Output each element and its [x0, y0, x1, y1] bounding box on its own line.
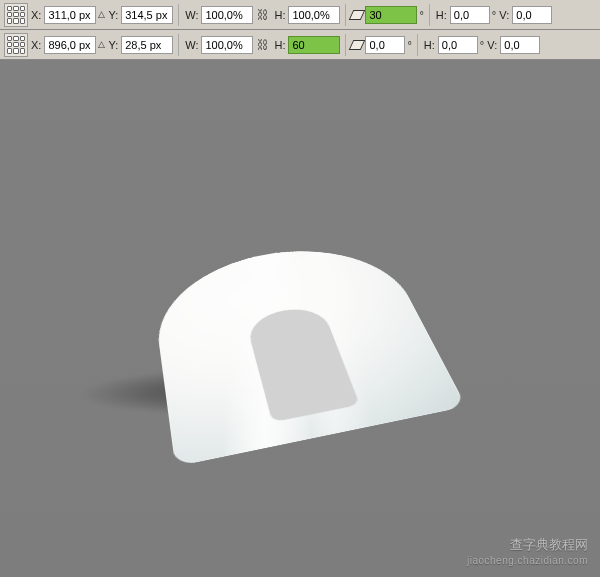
separator [345, 34, 346, 56]
link-icon[interactable]: ⛓ [255, 6, 271, 24]
x-label: X: [30, 39, 42, 51]
separator [178, 34, 179, 56]
skew-v-input[interactable] [512, 6, 552, 24]
h-label: H: [273, 39, 286, 51]
watermark-line2: jiaocheng.chazidian.com [467, 554, 588, 567]
w-input[interactable] [201, 36, 253, 54]
w-label: W: [184, 39, 199, 51]
separator [345, 4, 346, 26]
skew-h-label: H: [423, 39, 436, 51]
x-label: X: [30, 9, 42, 21]
degree-symbol: ° [492, 9, 496, 21]
angle-icon [349, 10, 366, 20]
canvas[interactable]: 查字典教程网 jiaocheng.chazidian.com [0, 60, 600, 577]
angle-input[interactable] [365, 6, 417, 24]
x-input[interactable] [44, 36, 96, 54]
separator [417, 34, 418, 56]
transform-toolbar-1: X: △ Y: W: ⛓ H: ° H: ° V: [0, 0, 600, 30]
watermark-line1: 查字典教程网 [467, 537, 588, 554]
delta-icon: △ [98, 10, 105, 19]
y-input[interactable] [121, 36, 173, 54]
3d-letter-shape [102, 134, 498, 530]
w-input[interactable] [201, 6, 253, 24]
separator [178, 4, 179, 26]
skew-h-input[interactable] [450, 6, 490, 24]
reference-point-selector[interactable] [4, 3, 28, 27]
degree-symbol: ° [480, 39, 484, 51]
skew-h-label: H: [435, 9, 448, 21]
degree-symbol: ° [407, 39, 411, 51]
h-label: H: [273, 9, 286, 21]
y-label: Y: [107, 39, 119, 51]
angle-input[interactable] [365, 36, 405, 54]
degree-symbol: ° [419, 9, 423, 21]
y-input[interactable] [121, 6, 173, 24]
w-label: W: [184, 9, 199, 21]
y-label: Y: [107, 9, 119, 21]
reference-point-selector[interactable] [4, 33, 28, 57]
delta-icon: △ [98, 40, 105, 49]
skew-v-input[interactable] [500, 36, 540, 54]
transform-toolbar-2: X: △ Y: W: ⛓ H: ° H: ° V: [0, 30, 600, 60]
angle-icon [349, 40, 366, 50]
skew-h-input[interactable] [438, 36, 478, 54]
skew-v-label: V: [486, 39, 498, 51]
x-input[interactable] [44, 6, 96, 24]
link-icon[interactable]: ⛓ [255, 36, 271, 54]
separator [429, 4, 430, 26]
watermark: 查字典教程网 jiaocheng.chazidian.com [467, 537, 588, 567]
skew-v-label: V: [498, 9, 510, 21]
h-input[interactable] [288, 36, 340, 54]
h-input[interactable] [288, 6, 340, 24]
